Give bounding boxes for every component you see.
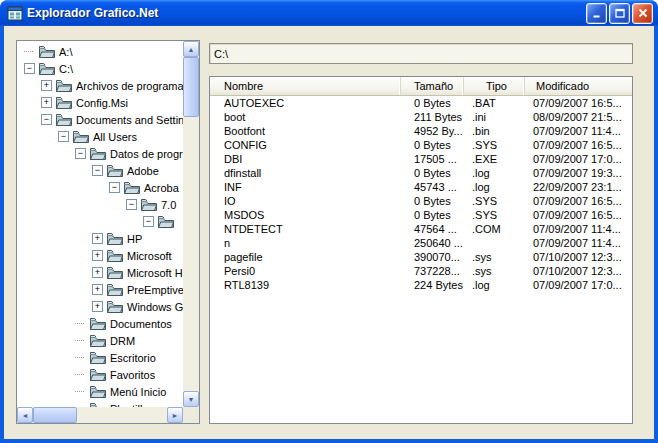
tree-item[interactable]: A:\ [18, 43, 183, 60]
tree-item[interactable]: +Config.Msi [18, 94, 183, 111]
file-name: MSDOS [210, 209, 401, 221]
file-row[interactable]: boot211 Bytes.ini08/09/2007 21:5... [210, 110, 632, 124]
column-header-nombre[interactable]: Nombre [210, 77, 401, 95]
folder-icon [55, 96, 72, 109]
file-list: Nombre Tamaño Tipo Modificado AUTOEXEC0 … [209, 76, 633, 424]
expand-icon[interactable]: + [41, 80, 52, 91]
expand-icon[interactable]: + [92, 233, 103, 244]
expand-icon[interactable]: + [92, 267, 103, 278]
file-row[interactable]: MSDOS0 Bytes.SYS07/09/2007 16:5... [210, 208, 632, 222]
tree-item[interactable]: +PreEmptive [18, 281, 183, 298]
tree-item[interactable]: +Archivos de programa [18, 77, 183, 94]
file-type: .SYS [464, 209, 525, 221]
tree-item[interactable]: −C:\ [18, 60, 183, 77]
scroll-right-button[interactable] [167, 407, 183, 423]
file-row[interactable]: Persi0737228....sys07/10/2007 12:3... [210, 264, 632, 278]
tree-item[interactable]: Favoritos [18, 366, 183, 383]
tree-item[interactable]: −Acroba [18, 179, 183, 196]
tree-item[interactable]: Escritorio [18, 349, 183, 366]
folder-icon [106, 164, 123, 177]
scroll-up-button[interactable] [183, 41, 199, 57]
horizontal-scrollbar-thumb[interactable] [33, 407, 77, 423]
collapse-icon[interactable]: − [92, 165, 103, 176]
folder-icon [89, 385, 106, 398]
tree-item[interactable]: +Microsoft [18, 247, 183, 264]
tree-item[interactable]: +Microsoft H [18, 264, 183, 281]
file-name: Persi0 [210, 265, 401, 277]
file-row[interactable]: n250640 ...07/09/2007 11:4... [210, 236, 632, 250]
expand-icon[interactable]: + [92, 301, 103, 312]
vertical-scrollbar-thumb[interactable] [183, 57, 199, 117]
client-area: A:\−C:\+Archivos de programa+Config.Msi−… [4, 26, 654, 439]
collapse-icon[interactable]: − [24, 63, 35, 74]
tree-item-label: Documents and Settings [76, 114, 183, 126]
file-row[interactable]: pagefile390070....sys07/10/2007 12:3... [210, 250, 632, 264]
collapse-icon[interactable]: − [109, 182, 120, 193]
collapse-icon[interactable]: − [58, 131, 69, 142]
tree-horizontal-scrollbar[interactable] [17, 407, 183, 423]
tree-item[interactable]: −All Users [18, 128, 183, 145]
file-row[interactable]: RTL8139224 Bytes.log07/09/2007 17:0... [210, 278, 632, 292]
file-size: 0 Bytes [401, 167, 464, 179]
tree-item-label: C:\ [59, 63, 73, 75]
file-row[interactable]: NTDETECT47564 ....COM07/09/2007 11:4... [210, 222, 632, 236]
file-name: pagefile [210, 251, 401, 263]
column-header-tamano[interactable]: Tamaño [401, 77, 464, 95]
file-name: dfinstall [210, 167, 401, 179]
file-size: 4952 By... [401, 125, 464, 137]
scroll-down-button[interactable] [183, 391, 199, 407]
tree-item[interactable]: Menú Inicio [18, 383, 183, 400]
folder-tree: A:\−C:\+Archivos de programa+Config.Msi−… [18, 43, 183, 407]
file-row[interactable]: Bootfont4952 By....bin07/09/2007 11:4... [210, 124, 632, 138]
tree-item[interactable]: −7.0 [18, 196, 183, 213]
file-row[interactable]: IO0 Bytes.SYS07/09/2007 16:5... [210, 194, 632, 208]
maximize-button[interactable] [609, 3, 630, 24]
file-name: INF [210, 181, 401, 193]
expand-icon[interactable]: + [41, 97, 52, 108]
file-modified: 08/09/2007 21:5... [525, 111, 632, 123]
tree-item[interactable]: −Documents and Settings [18, 111, 183, 128]
file-row[interactable]: CONFIG0 Bytes.SYS07/09/2007 16:5... [210, 138, 632, 152]
minimize-icon [592, 8, 602, 18]
tree-item[interactable]: +Windows G [18, 298, 183, 315]
tree-item-label: PreEmptive [127, 284, 183, 296]
tree-item-label: Microsoft H [127, 267, 183, 279]
collapse-icon[interactable]: − [41, 114, 52, 125]
scrollbar-corner [183, 407, 199, 423]
collapse-icon[interactable]: − [126, 199, 137, 210]
column-header-modificado[interactable]: Modificado [525, 77, 632, 95]
folder-icon [123, 181, 140, 194]
scroll-left-button[interactable] [17, 407, 33, 423]
file-row[interactable]: AUTOEXEC0 Bytes.BAT07/09/2007 16:5... [210, 96, 632, 110]
tree-vertical-scrollbar[interactable] [183, 41, 199, 407]
file-row[interactable]: DBI17505 ....EXE07/09/2007 17:0... [210, 152, 632, 166]
collapse-icon[interactable]: − [143, 216, 154, 227]
tree-item[interactable]: Documentos [18, 315, 183, 332]
file-row[interactable]: INF45743 ....log22/09/2007 23:1... [210, 180, 632, 194]
column-header-tipo[interactable]: Tipo [464, 77, 525, 95]
tree-item-label: Config.Msi [76, 97, 128, 109]
tree-item[interactable]: −Datos de progr [18, 145, 183, 162]
address-bar[interactable]: C:\ [209, 43, 633, 64]
tree-connector [75, 374, 84, 375]
tree-item[interactable]: +HP [18, 230, 183, 247]
close-button[interactable] [632, 3, 653, 24]
file-type: .bin [464, 125, 525, 137]
tree-item[interactable]: − [18, 213, 183, 230]
expand-icon[interactable]: + [92, 284, 103, 295]
app-window: Explorador Grafico.Net A:\−C:\+Archivos … [0, 0, 658, 443]
tree-item[interactable]: Plantill [18, 400, 183, 407]
expand-icon[interactable]: + [92, 250, 103, 261]
title-bar[interactable]: Explorador Grafico.Net [0, 0, 658, 26]
folder-icon [106, 232, 123, 245]
file-row[interactable]: dfinstall0 Bytes.log07/09/2007 19:3... [210, 166, 632, 180]
file-size: 0 Bytes [401, 209, 464, 221]
tree-item-label: 7.0 [161, 199, 176, 211]
minimize-button[interactable] [586, 3, 607, 24]
collapse-icon[interactable]: − [75, 148, 86, 159]
tree-item[interactable]: DRM [18, 332, 183, 349]
close-icon [638, 8, 648, 18]
tree-item-label: A:\ [59, 46, 72, 58]
file-size: 224 Bytes [401, 279, 464, 291]
tree-item[interactable]: −Adobe [18, 162, 183, 179]
